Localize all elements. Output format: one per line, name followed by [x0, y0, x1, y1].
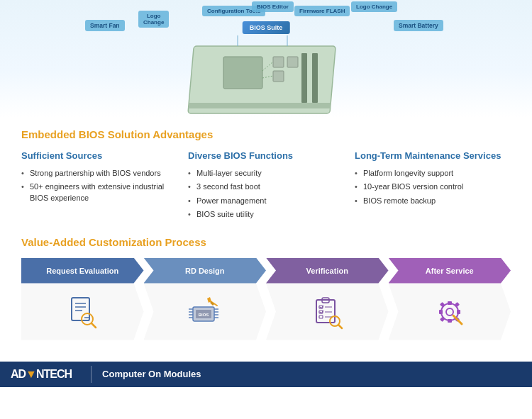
step-request-evaluation: Request Evaluation: [21, 258, 144, 340]
label-logo-change-left: LogoChange: [138, 11, 169, 28]
col3-title: Long-Term Maintenance Services: [355, 150, 511, 161]
footer-brand: AD▼NTECH: [11, 368, 80, 381]
main-content: Embedded BIOS Solution Advantages Suffic…: [0, 117, 532, 354]
svg-line-47: [338, 325, 342, 328]
step1-label: Request Evaluation: [46, 267, 118, 275]
motherboard-illustration: [167, 32, 365, 117]
svg-text:BIOS: BIOS: [198, 313, 209, 317]
logo-ad: AD: [11, 368, 26, 380]
col-diverse-bios: Diverse BIOS Functions Multi-layer secur…: [188, 150, 355, 222]
step1-icon-area: [21, 284, 144, 340]
list-item: Strong partnership with BIOS vendors: [21, 167, 177, 180]
step-verification: Verification: [266, 258, 389, 340]
col-sufficient-sources: Sufficient Sources Strong partnership wi…: [21, 150, 188, 222]
process-flow: Request Evaluation: [21, 258, 511, 340]
svg-rect-53: [457, 310, 460, 314]
list-item: Multi-layer security: [188, 167, 344, 180]
step4-header: After Service: [389, 258, 511, 284]
col2-title: Diverse BIOS Functions: [188, 150, 344, 161]
svg-rect-3: [287, 57, 298, 67]
footer-product-line: Computer On Modules: [102, 369, 201, 379]
label-logo-change-right: Logo Change: [351, 1, 397, 12]
list-item: 10-year BIOS version control: [355, 180, 511, 194]
list-item: BIOS remote backup: [355, 194, 511, 208]
svg-rect-2: [273, 57, 284, 67]
step3-icon-area: [266, 284, 389, 340]
after-service-icon: [432, 294, 467, 330]
list-item: Platform longevity support: [355, 167, 511, 180]
diagram-area: Smart Fan LogoChange Configuration Tools…: [0, 0, 532, 117]
svg-rect-51: [448, 319, 452, 323]
svg-point-49: [446, 308, 453, 315]
svg-rect-5: [301, 53, 307, 103]
label-smart-battery: Smart Battery: [394, 20, 443, 31]
advantages-grid: Sufficient Sources Strong partnership wi…: [21, 150, 511, 222]
footer-divider: [91, 366, 92, 383]
label-firmware-flash: Firmware FLASH: [294, 6, 350, 16]
list-item: Power management: [188, 194, 344, 208]
svg-rect-6: [312, 53, 318, 103]
step3-header: Verification: [266, 258, 389, 284]
svg-rect-52: [439, 310, 443, 314]
request-evaluation-icon: [65, 294, 100, 330]
svg-line-17: [92, 323, 96, 328]
svg-rect-44: [319, 315, 323, 318]
bios-suite-label: BIOS Suite: [243, 21, 290, 34]
svg-rect-50: [448, 301, 452, 305]
list-item: 3 second fast boot: [188, 180, 344, 194]
step-rd-design: RD Design BIOS: [144, 258, 267, 340]
svg-rect-4: [273, 71, 284, 82]
section1-title: Embedded BIOS Solution Advantages: [21, 128, 511, 140]
col1-title: Sufficient Sources: [21, 150, 177, 161]
step2-header: RD Design: [144, 258, 267, 284]
col2-items: Multi-layer security 3 second fast boot …: [188, 167, 344, 222]
logo-van: ▼: [26, 368, 36, 380]
step2-label: RD Design: [185, 267, 225, 275]
col3-items: Platform longevity support 10-year BIOS …: [355, 167, 511, 208]
rd-design-icon: BIOS: [187, 294, 223, 330]
step-after-service: After Service: [389, 258, 511, 340]
list-item: BIOS suite utility: [188, 208, 344, 221]
label-smart-fan: Smart Fan: [85, 20, 125, 31]
step2-icon-area: BIOS: [144, 284, 267, 340]
step4-icon-area: [389, 284, 511, 340]
col1-items: Strong partnership with BIOS vendors 50+…: [21, 167, 177, 205]
svg-rect-1: [223, 57, 262, 89]
svg-rect-12: [72, 298, 89, 320]
step4-label: After Service: [426, 267, 474, 275]
section2-title: Value-Added Customization Process: [21, 236, 511, 248]
logo-ntech: NTECH: [36, 368, 72, 380]
footer-logo: AD▼NTECH: [11, 368, 80, 381]
step1-header: Request Evaluation: [21, 258, 144, 284]
svg-rect-7: [189, 103, 331, 108]
list-item: 50+ engineers with extensive industrial …: [21, 180, 177, 205]
verification-icon: [309, 294, 345, 330]
label-bios-editor: BIOS Editor: [252, 1, 294, 12]
step3-label: Verification: [306, 267, 348, 275]
footer: AD▼NTECH Computer On Modules: [0, 362, 532, 387]
col-longterm-maintenance: Long-Term Maintenance Services Platform …: [355, 150, 511, 222]
